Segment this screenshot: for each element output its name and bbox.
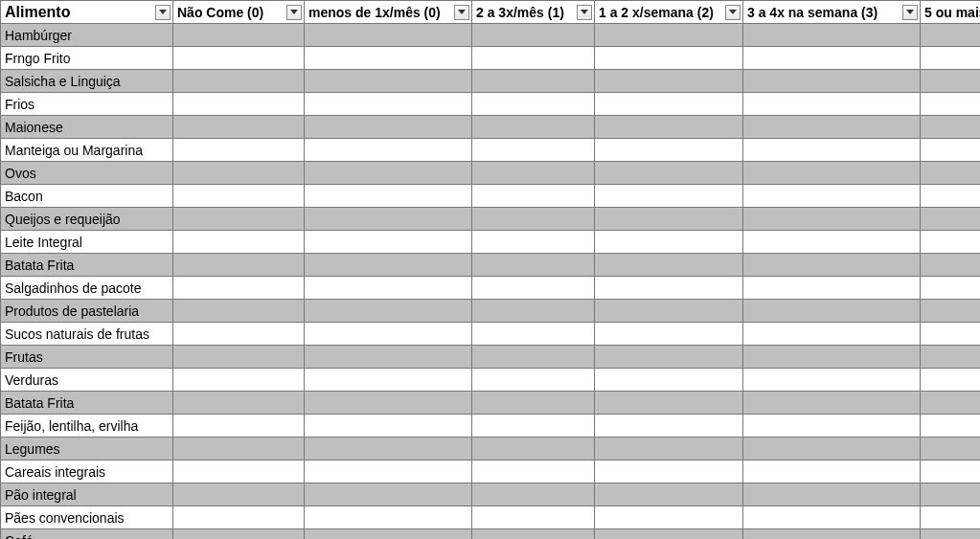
freq-cell bbox=[921, 208, 981, 231]
freq-cell bbox=[921, 70, 981, 93]
chevron-down-icon bbox=[906, 10, 914, 14]
food-cell: Queijos e requeijão bbox=[1, 208, 173, 231]
freq-cell bbox=[173, 415, 305, 438]
food-cell: Batata Frita bbox=[1, 392, 173, 415]
table-row: Salgadinhos de pacote bbox=[1, 277, 981, 300]
svg-marker-0 bbox=[159, 10, 167, 14]
table-row: Queijos e requeijão bbox=[1, 208, 981, 231]
freq-cell bbox=[921, 506, 981, 529]
freq-cell bbox=[472, 93, 595, 116]
freq-cell bbox=[173, 208, 305, 231]
header-label: Alimento bbox=[5, 4, 70, 20]
food-frequency-table: Alimento Não Come (0) menos de 1x/mês (0… bbox=[0, 0, 980, 539]
table-row: Frios bbox=[1, 93, 981, 116]
freq-cell bbox=[921, 483, 981, 506]
freq-cell bbox=[173, 369, 305, 392]
food-cell: Produtos de pastelaria bbox=[1, 300, 173, 323]
freq-cell bbox=[595, 460, 743, 483]
freq-cell bbox=[305, 323, 472, 346]
freq-cell bbox=[472, 323, 595, 346]
table-row: Frutas bbox=[1, 346, 981, 369]
freq-cell bbox=[921, 438, 981, 460]
chevron-down-icon bbox=[159, 10, 167, 14]
freq-cell bbox=[173, 231, 305, 254]
freq-cell bbox=[921, 185, 981, 208]
food-cell: Salsicha e Linguiça bbox=[1, 70, 173, 93]
freq-cell bbox=[472, 208, 595, 231]
freq-cell bbox=[743, 529, 921, 540]
freq-cell bbox=[595, 70, 743, 93]
table-row: Bacon bbox=[1, 185, 981, 208]
freq-cell bbox=[173, 162, 305, 185]
freq-cell bbox=[595, 415, 743, 438]
freq-cell bbox=[595, 323, 743, 346]
freq-cell bbox=[921, 277, 981, 300]
food-cell: Pão integral bbox=[1, 483, 173, 506]
freq-cell bbox=[595, 208, 743, 231]
freq-cell bbox=[595, 483, 743, 506]
food-cell: Bacon bbox=[1, 185, 173, 208]
freq-cell bbox=[173, 254, 305, 277]
freq-cell bbox=[305, 116, 472, 139]
freq-cell bbox=[743, 254, 921, 277]
freq-cell bbox=[921, 47, 981, 70]
freq-cell bbox=[305, 93, 472, 116]
header-label: Não Come (0) bbox=[177, 5, 263, 20]
freq-cell bbox=[595, 93, 743, 116]
freq-cell bbox=[173, 93, 305, 116]
freq-cell bbox=[921, 323, 981, 346]
freq-cell bbox=[743, 277, 921, 300]
freq-cell bbox=[305, 392, 472, 415]
header-5-mais-semana: 5 ou mais x/semana (4) bbox=[921, 1, 981, 24]
freq-cell bbox=[472, 460, 595, 483]
filter-dropdown-1-2x-semana[interactable] bbox=[725, 5, 741, 20]
freq-cell bbox=[921, 460, 981, 483]
header-row: Alimento Não Come (0) menos de 1x/mês (0… bbox=[1, 1, 981, 24]
freq-cell bbox=[472, 300, 595, 323]
freq-cell bbox=[305, 254, 472, 277]
header-nao-come: Não Come (0) bbox=[173, 1, 305, 24]
freq-cell bbox=[173, 47, 305, 70]
freq-cell bbox=[173, 506, 305, 529]
filter-dropdown-menos-1x-mes[interactable] bbox=[454, 5, 469, 20]
freq-cell bbox=[921, 392, 981, 415]
freq-cell bbox=[743, 392, 921, 415]
svg-marker-1 bbox=[290, 10, 298, 14]
header-label: 5 ou mais x/semana (4) bbox=[924, 5, 980, 20]
freq-cell bbox=[921, 369, 981, 392]
freq-cell bbox=[743, 116, 921, 139]
svg-marker-4 bbox=[729, 10, 737, 14]
freq-cell bbox=[743, 438, 921, 460]
freq-cell bbox=[743, 185, 921, 208]
table-row: Batata Frita bbox=[1, 392, 981, 415]
filter-dropdown-nao-come[interactable] bbox=[286, 5, 302, 20]
freq-cell bbox=[305, 415, 472, 438]
header-3-4x-semana: 3 a 4x na semana (3) bbox=[743, 1, 921, 24]
freq-cell bbox=[173, 346, 305, 369]
food-cell: Café bbox=[1, 529, 173, 540]
filter-dropdown-2-3x-mes[interactable] bbox=[577, 5, 592, 20]
freq-cell bbox=[472, 438, 595, 460]
freq-cell bbox=[472, 392, 595, 415]
table-row: Frngo Frito bbox=[1, 47, 981, 70]
food-cell: Pães convencionais bbox=[1, 506, 173, 529]
table-row: Legumes bbox=[1, 438, 981, 460]
freq-cell bbox=[595, 185, 743, 208]
freq-cell bbox=[921, 116, 981, 139]
freq-cell bbox=[595, 47, 743, 70]
food-cell: Legumes bbox=[1, 438, 173, 460]
food-cell: Careais integrais bbox=[1, 460, 173, 483]
filter-dropdown-3-4x-semana[interactable] bbox=[902, 5, 918, 20]
food-cell: Frutas bbox=[1, 346, 173, 369]
freq-cell bbox=[921, 24, 981, 47]
freq-cell bbox=[921, 529, 981, 540]
header-label: menos de 1x/mês (0) bbox=[308, 5, 441, 20]
food-cell: Batata Frita bbox=[1, 254, 173, 277]
freq-cell bbox=[595, 300, 743, 323]
freq-cell bbox=[472, 506, 595, 529]
filter-dropdown-alimento[interactable] bbox=[155, 5, 171, 20]
freq-cell bbox=[173, 300, 305, 323]
table-row: Maionese bbox=[1, 116, 981, 139]
freq-cell bbox=[472, 231, 595, 254]
food-cell: Ovos bbox=[1, 162, 173, 185]
